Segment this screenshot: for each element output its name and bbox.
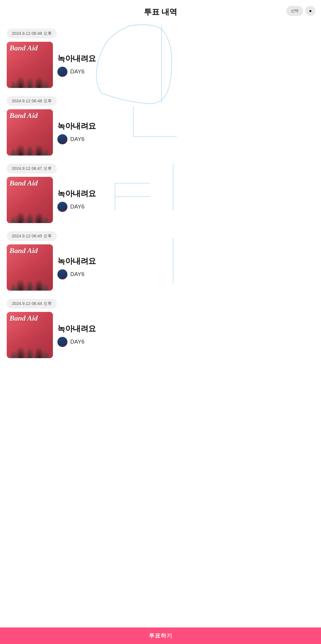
timestamp-badge-5: 2024.9.12 06:44 오후 [7, 294, 314, 312]
song-info-3: 녹아내려요 DAY6 [57, 188, 96, 212]
timestamp-text-5: 2024.9.12 06:44 오후 [7, 299, 57, 309]
album-art-people-5 [7, 330, 53, 358]
page-title: 투표 내역 [144, 7, 177, 17]
timestamp-badge-3: 2024.9.12 06:47 오후 [7, 159, 314, 177]
selection-button[interactable]: 선택 [286, 6, 303, 16]
album-title-3: Band Aid [10, 180, 38, 187]
timestamp-badge-2: 2024.9.12 06:48 오후 [7, 92, 314, 109]
artist-avatar-2 [57, 134, 67, 144]
header-actions: 선택 ● [286, 6, 315, 16]
artist-row-2: DAY6 [57, 134, 96, 144]
vote-item-3: Band Aid 녹아내려요 DAY6 [7, 177, 314, 223]
album-cover-2: Band Aid [7, 109, 53, 156]
artist-name-3: DAY6 [70, 203, 85, 210]
vote-item-2: Band Aid 녹아내려요 DAY6 [7, 109, 314, 156]
album-title-5: Band Aid [10, 315, 38, 322]
song-title-4: 녹아내려요 [57, 256, 96, 267]
album-cover-4: Band Aid [7, 244, 53, 291]
album-art-people-4 [7, 263, 53, 291]
timestamp-text-4: 2024.9.12 06:45 오후 [7, 231, 57, 241]
song-info-1: 녹아내려요 DAY6 [57, 53, 96, 77]
song-info-2: 녹아내려요 DAY6 [57, 121, 96, 144]
album-cover-3: Band Aid [7, 177, 53, 223]
song-title-5: 녹아내려요 [57, 323, 96, 334]
timestamp-text-2: 2024.9.12 06:48 오후 [7, 96, 57, 106]
artist-name-4: DAY6 [70, 271, 85, 277]
artist-row-3: DAY6 [57, 202, 96, 212]
album-art-people-3 [7, 195, 53, 223]
menu-icon: ● [309, 8, 312, 13]
header: 투표 내역 선택 ● [0, 0, 321, 22]
song-title-1: 녹아내려요 [57, 53, 96, 64]
artist-avatar-3 [57, 202, 67, 212]
artist-row-1: DAY6 [57, 67, 96, 77]
vote-item-1: Band Aid 녹아내려요 DAY6 [7, 42, 314, 88]
album-title-1: Band Aid [10, 45, 38, 52]
artist-name-1: DAY6 [70, 68, 85, 75]
timestamp-badge-4: 2024.9.12 06:45 오후 [7, 227, 314, 244]
album-art-people-1 [7, 60, 53, 88]
artist-avatar-4 [57, 269, 67, 279]
song-info-5: 녹아내려요 DAY6 [57, 323, 96, 347]
song-info-4: 녹아내려요 DAY6 [57, 256, 96, 279]
song-title-2: 녹아내려요 [57, 121, 96, 131]
timestamp-badge-1: 2024.9.12 06:48 오후 [7, 24, 314, 42]
vote-item-5: Band Aid 녹아내려요 DAY6 [7, 312, 314, 358]
menu-button[interactable]: ● [305, 6, 315, 16]
artist-name-2: DAY6 [70, 136, 85, 142]
artist-row-5: DAY6 [57, 337, 96, 347]
timestamp-text-3: 2024.9.12 06:47 오후 [7, 164, 57, 173]
artist-avatar-5 [57, 337, 67, 347]
album-title-2: Band Aid [10, 112, 38, 119]
album-cover-1: Band Aid [7, 42, 53, 88]
artist-row-4: DAY6 [57, 269, 96, 279]
vote-item-4: Band Aid 녹아내려요 DAY6 [7, 244, 314, 291]
song-title-3: 녹아내려요 [57, 188, 96, 199]
album-cover-5: Band Aid [7, 312, 53, 358]
album-title-4: Band Aid [10, 247, 38, 254]
timestamp-text-1: 2024.9.12 06:48 오후 [7, 29, 57, 38]
artist-avatar-1 [57, 67, 67, 77]
artist-name-5: DAY6 [70, 339, 85, 345]
vote-list: 2024.9.12 06:48 오후 Band Aid 녹아내려요 DAY6 [0, 22, 321, 383]
album-art-people-2 [7, 128, 53, 156]
